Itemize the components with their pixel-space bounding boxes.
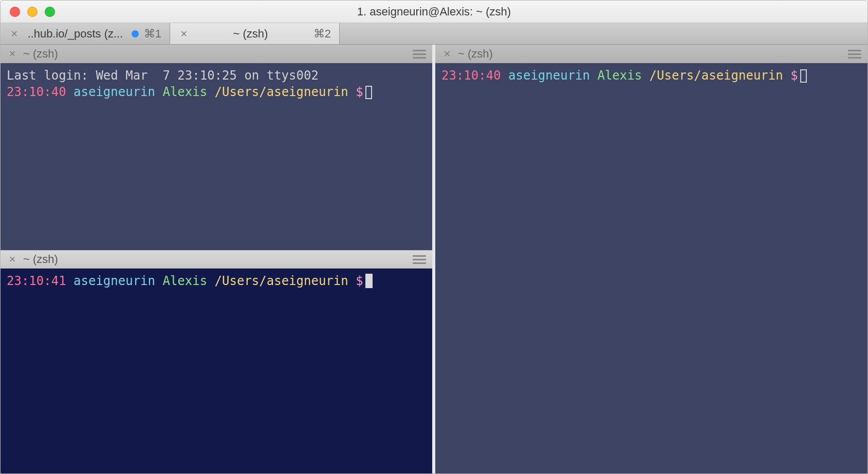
last-login-line: Last login: Wed Mar 7 23:10:25 on ttys00… [7, 68, 319, 83]
pane-top-left: × ~ (zsh) Last login: Wed Mar 7 23:10:25… [1, 45, 432, 250]
cursor-icon [365, 274, 373, 288]
hamburger-icon[interactable] [413, 255, 426, 264]
prompt-time: 23:10:41 [7, 274, 66, 288]
prompt-time: 23:10:40 [441, 68, 501, 83]
close-pane-icon[interactable]: × [7, 48, 18, 60]
close-pane-icon[interactable]: × [7, 254, 18, 265]
traffic-lights [1, 7, 55, 17]
tab-shortcut: ⌘1 [144, 27, 161, 41]
pane-header[interactable]: × ~ (zsh) [435, 45, 867, 63]
terminal-body[interactable]: 23:10:41 aseigneurin Alexis /Users/aseig… [1, 269, 432, 473]
close-window-button[interactable] [10, 7, 20, 17]
pane-title: ~ (zsh) [458, 47, 848, 61]
prompt-symbol: $ [356, 85, 363, 99]
titlebar: 1. aseigneurin@Alexis: ~ (zsh) [1, 1, 867, 23]
prompt-path: /Users/aseigneurin [215, 85, 348, 99]
pane-container: × ~ (zsh) Last login: Wed Mar 7 23:10:25… [1, 45, 867, 473]
pane-right: × ~ (zsh) 23:10:40 aseigneurin Alexis /U… [435, 45, 867, 473]
hamburger-icon[interactable] [848, 50, 861, 59]
zoom-window-button[interactable] [45, 7, 55, 17]
tab-label: ..hub.io/_posts (z... [23, 27, 127, 41]
tab-2[interactable]: × ~ (zsh) ⌘2 [170, 23, 340, 44]
pane-title: ~ (zsh) [23, 47, 413, 61]
prompt-time: 23:10:40 [7, 85, 66, 99]
minimize-window-button[interactable] [27, 7, 38, 17]
cursor-icon [365, 86, 372, 99]
prompt-path: /Users/aseigneurin [650, 68, 783, 83]
prompt-path: /Users/aseigneurin [215, 274, 348, 288]
terminal-body[interactable]: Last login: Wed Mar 7 23:10:25 on ttys00… [1, 63, 432, 250]
hamburger-icon[interactable] [413, 50, 426, 59]
window-title: 1. aseigneurin@Alexis: ~ (zsh) [1, 5, 867, 18]
cursor-icon [800, 69, 807, 83]
pane-bottom-left: × ~ (zsh) 23:10:41 aseigneurin Alexis /U… [1, 250, 432, 473]
pane-header[interactable]: × ~ (zsh) [1, 250, 432, 269]
terminal-body[interactable]: 23:10:40 aseigneurin Alexis /Users/aseig… [435, 63, 867, 473]
pane-title: ~ (zsh) [23, 253, 413, 266]
prompt-symbol: $ [356, 274, 363, 288]
pane-header[interactable]: × ~ (zsh) [1, 45, 432, 63]
prompt-symbol: $ [790, 68, 798, 83]
tab-shortcut: ⌘2 [313, 27, 331, 41]
prompt-host: Alexis [162, 85, 207, 99]
prompt-user: aseigneurin [73, 274, 155, 288]
tab-1[interactable]: × ..hub.io/_posts (z... ⌘1 [1, 23, 170, 44]
tab-bar: × ..hub.io/_posts (z... ⌘1 × ~ (zsh) ⌘2 [1, 23, 867, 45]
prompt-host: Alexis [162, 274, 207, 288]
terminal-window: 1. aseigneurin@Alexis: ~ (zsh) × ..hub.i… [0, 0, 868, 474]
prompt-host: Alexis [597, 68, 642, 83]
tab-label: ~ (zsh) [193, 27, 308, 41]
modified-indicator-icon [132, 30, 139, 37]
close-tab-icon[interactable]: × [9, 28, 20, 40]
prompt-user: aseigneurin [73, 85, 155, 99]
prompt-user: aseigneurin [508, 68, 590, 83]
close-tab-icon[interactable]: × [178, 28, 190, 40]
close-pane-icon[interactable]: × [441, 48, 453, 60]
